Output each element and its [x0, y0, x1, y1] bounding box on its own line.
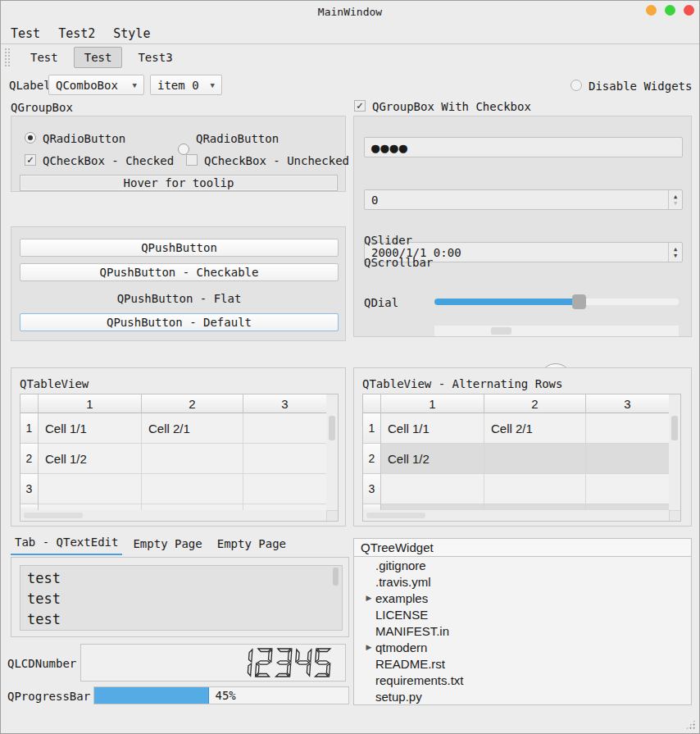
scrollbar-thumb[interactable]	[24, 513, 83, 518]
scrollbar-thumb[interactable]	[671, 416, 678, 440]
table-cell[interactable]	[142, 474, 243, 504]
tree-item[interactable]: requirements.txt	[354, 672, 691, 688]
tree-item[interactable]: .travis.yml	[354, 573, 691, 590]
table-cell[interactable]	[381, 504, 484, 510]
menu-item-test[interactable]: Test	[11, 26, 40, 41]
table-cell[interactable]	[484, 504, 586, 510]
scrollbar-thumb[interactable]	[366, 513, 425, 518]
disable-widgets-checkbox[interactable]	[570, 80, 582, 91]
table-row-header[interactable]: 1	[363, 413, 381, 444]
tree-item[interactable]: MANIFEST.in	[354, 622, 691, 639]
scrollbar[interactable]	[434, 326, 679, 336]
pushbutton[interactable]: QPushButton	[20, 239, 339, 257]
table-row-header[interactable]: 1	[20, 413, 39, 444]
tree-item[interactable]: ▶qtmodern	[354, 639, 691, 655]
toolbar-button-test3[interactable]: Test3	[127, 47, 183, 68]
table-cell[interactable]: Cell 1/1	[39, 413, 142, 444]
zoom-button[interactable]	[665, 5, 675, 16]
table-cell[interactable]	[243, 504, 327, 510]
hover-tooltip-button[interactable]: Hover for toolip	[20, 175, 338, 191]
table-cell[interactable]	[381, 474, 484, 504]
table-column-header[interactable]: 2	[484, 394, 586, 413]
menu-item-test2[interactable]: Test2	[58, 26, 95, 41]
close-button[interactable]	[684, 5, 694, 16]
table-cell[interactable]: Cell 1/1	[381, 413, 484, 444]
table-cell[interactable]	[586, 504, 670, 510]
table-cell[interactable]	[142, 444, 243, 474]
table-row-header[interactable]: 3	[363, 474, 381, 504]
title-bar[interactable]: MainWindow	[1, 1, 699, 22]
slider-handle[interactable]	[572, 294, 586, 309]
table-column-header[interactable]: 3	[243, 394, 327, 413]
textedit-scrollbar-thumb[interactable]	[333, 568, 339, 586]
tree-header[interactable]: QTreeWidget	[354, 539, 691, 557]
pushbutton-default[interactable]: QPushButton - Default	[20, 313, 339, 331]
spin-up-icon[interactable]: ▲	[674, 194, 677, 200]
spin-down-icon[interactable]: ▼	[674, 200, 677, 207]
table-cell[interactable]: Cell 2/1	[142, 413, 243, 444]
spin-up-icon[interactable]: ▲	[674, 246, 677, 253]
toolbar-button-test-2[interactable]: Test	[74, 47, 123, 68]
table-column-header[interactable]: 1	[39, 394, 142, 413]
tree-branch-icon[interactable]: ▶	[362, 594, 375, 602]
table-column-header[interactable]: 2	[142, 394, 243, 413]
table-column-header[interactable]: 1	[381, 394, 484, 413]
table-vertical-scrollbar[interactable]	[326, 394, 338, 510]
table-corner-cell[interactable]	[20, 394, 39, 413]
table-cell[interactable]	[586, 444, 670, 474]
table-cell[interactable]	[243, 474, 327, 504]
tab-qtextedit[interactable]: Tab - QTextEdit	[11, 533, 122, 555]
table-cell[interactable]: Cell 2/1	[484, 413, 586, 444]
groupbox-checkbox[interactable]: ✓	[354, 100, 366, 112]
table-cell[interactable]: Cell 1/2	[39, 444, 142, 474]
table-cell[interactable]	[484, 444, 586, 474]
table-cell[interactable]: Cell 1/2	[381, 444, 484, 474]
table-row-header[interactable]	[363, 504, 381, 510]
spinbox-input[interactable]: 0 ▲▼	[364, 189, 683, 210]
tree-branch-icon[interactable]: ▶	[362, 643, 375, 651]
radio-button-checked[interactable]	[25, 132, 36, 144]
scrollbar-thumb[interactable]	[329, 416, 335, 440]
tab-empty-page-1[interactable]: Empty Page	[129, 535, 206, 555]
pushbutton-flat[interactable]: QPushButton - Flat	[20, 289, 339, 308]
table-cell[interactable]	[142, 504, 243, 510]
textedit[interactable]: testtesttest	[20, 565, 343, 631]
checkbox-unchecked[interactable]	[186, 154, 198, 166]
minimize-button[interactable]	[646, 5, 657, 16]
table-row-header[interactable]	[20, 504, 39, 510]
table-row-header[interactable]: 2	[20, 444, 39, 474]
checkbox-checked[interactable]: ✓	[25, 154, 36, 166]
pushbutton-checkable[interactable]: QPushButton - Checkable	[20, 263, 339, 281]
table-cell[interactable]	[243, 444, 327, 474]
tree-item[interactable]: LICENSE	[354, 606, 691, 622]
table-cell[interactable]	[39, 474, 142, 504]
menu-item-style[interactable]: Style	[113, 26, 150, 41]
table-vertical-scrollbar[interactable]	[669, 394, 680, 510]
spin-down-icon[interactable]: ▼	[674, 253, 677, 259]
table-cell[interactable]	[243, 413, 327, 444]
tree-item[interactable]: setup.py	[354, 688, 691, 704]
combobox[interactable]: QComboBox ▼	[48, 75, 144, 95]
table-row-header[interactable]: 3	[20, 474, 39, 504]
table-cell[interactable]	[586, 413, 670, 444]
tab-empty-page-2[interactable]: Empty Page	[213, 535, 290, 555]
table-corner-cell[interactable]	[363, 394, 381, 413]
slider[interactable]	[434, 299, 679, 305]
item-combobox[interactable]: item 0 ▼	[150, 75, 222, 95]
table-horizontal-scrollbar[interactable]	[363, 510, 669, 521]
table-column-header[interactable]: 3	[586, 394, 670, 413]
tree-item[interactable]: .gitignore	[354, 557, 691, 573]
table-cell[interactable]	[484, 474, 586, 504]
tree-item[interactable]: ▶examples	[354, 590, 691, 606]
radio-button-unchecked[interactable]	[178, 144, 189, 155]
password-input[interactable]: ●●●●	[364, 137, 683, 157]
table-row-header[interactable]: 2	[363, 444, 381, 474]
table-cell[interactable]	[586, 474, 670, 504]
tree-item[interactable]: README.rst	[354, 655, 691, 672]
table-horizontal-scrollbar[interactable]	[20, 510, 326, 521]
resize-grip-icon[interactable]	[685, 719, 696, 730]
table-cell[interactable]	[39, 504, 142, 510]
toolbar-drag-handle-icon[interactable]	[4, 48, 10, 67]
toolbar-button-test-1[interactable]: Test	[20, 47, 69, 68]
scrollbar-thumb[interactable]	[491, 327, 511, 335]
